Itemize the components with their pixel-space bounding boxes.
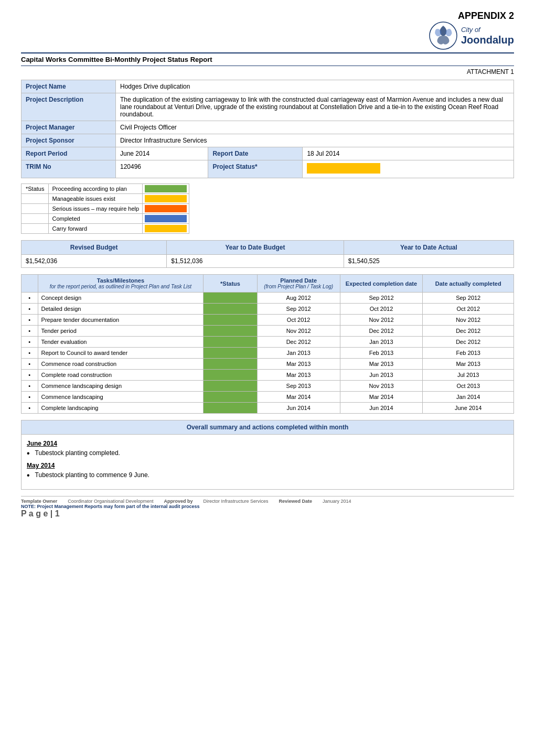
trim-row: TRIM No 120496 Project Status* (22, 160, 514, 178)
page-header: APPENDIX 2 City of Joondalup (21, 10, 514, 50)
task-actual: Jul 2013 (423, 370, 514, 381)
task-status (204, 348, 258, 359)
task-planned: Jan 2013 (257, 348, 340, 359)
task-name: Commence landscaping (38, 392, 204, 403)
task-name: Complete road construction (38, 370, 204, 381)
summary-item-text: Tubestock planting completed. (35, 449, 120, 457)
task-expected: Mar 2013 (340, 359, 423, 370)
ytd-actual-header: Year to Date Actual (344, 241, 513, 255)
summary-item-text: Tubestock planting to commence 9 June. (35, 471, 149, 479)
task-expected: Nov 2012 (340, 315, 423, 326)
task-planned: Sep 2012 (257, 304, 340, 315)
appendix-label: APPENDIX 2 (429, 10, 514, 21)
table-row: • Report to Council to award tender Jan … (22, 348, 514, 359)
status-legend-row-2: Manageable issues exist (22, 194, 189, 204)
approved-by-label: Approved by (164, 499, 192, 504)
status-asterisk: *Status (26, 186, 44, 192)
task-name: Commence road construction (38, 359, 204, 370)
task-actual: Oct 2012 (423, 304, 514, 315)
task-bullet: • (22, 326, 38, 337)
status-legend-row-1: *Status Proceeding according to plan (22, 184, 189, 194)
status-header: *Status (204, 275, 258, 293)
status-yellow-box (145, 195, 187, 202)
project-manager-label: Project Manager (22, 121, 116, 134)
summary-bullet: • (27, 449, 30, 458)
status-legend-row-3: Serious issues – may require help (22, 204, 189, 214)
status-blue-box (145, 215, 187, 222)
reviewed-date-value: January 2014 (323, 499, 351, 504)
task-actual: Jan 2014 (423, 392, 514, 403)
task-name: Report to Council to award tender (38, 348, 204, 359)
task-status (204, 359, 258, 370)
project-info-table: Project Name Hodges Drive duplication Pr… (21, 80, 514, 178)
status-item-4: Completed (49, 214, 143, 224)
status-item-3: Serious issues – may require help (49, 204, 143, 214)
footer-page: P a g e | 1 (21, 509, 514, 519)
task-planned: Mar 2013 (257, 370, 340, 381)
status-carryforward-box (145, 225, 187, 232)
approved-by-value: Director Infrastructure Services (203, 499, 268, 504)
revised-budget-header: Revised Budget (22, 241, 167, 255)
status-color-1 (143, 184, 189, 194)
task-expected: Feb 2013 (340, 348, 423, 359)
status-color-4 (143, 214, 189, 224)
task-status (204, 392, 258, 403)
task-planned: Mar 2013 (257, 359, 340, 370)
report-period-value: June 2014 (116, 147, 208, 160)
task-status (204, 304, 258, 315)
page-footer: Template Owner Coordinator Organisationa… (21, 496, 514, 519)
task-bullet: • (22, 304, 38, 315)
task-name: Commence landscaping design (38, 381, 204, 392)
table-row: • Tender evaluation Dec 2012 Jan 2013 De… (22, 337, 514, 348)
task-status (204, 293, 258, 304)
city-logo-icon (429, 21, 458, 50)
table-row: • Concept design Aug 2012 Sep 2012 Sep 2… (22, 293, 514, 304)
task-expected: Dec 2012 (340, 326, 423, 337)
tasks-header-row: Tasks/Milestones for the report period, … (22, 275, 514, 293)
status-item-5: Carry forward (49, 224, 143, 234)
tasks-table: Tasks/Milestones for the report period, … (21, 274, 514, 414)
task-status (204, 370, 258, 381)
task-expected: Nov 2013 (340, 381, 423, 392)
task-bullet: • (22, 370, 38, 381)
task-bullet: • (22, 293, 38, 304)
status-color-5 (143, 224, 189, 234)
summary-bullet: • (27, 471, 30, 480)
task-status (204, 381, 258, 392)
reviewed-date-label: Reviewed Date (279, 499, 313, 504)
task-header-sub: for the report period, as outlined in Pr… (41, 284, 200, 289)
trim-label: TRIM No (22, 160, 116, 178)
task-bullet: • (22, 337, 38, 348)
summary-item: •Tubestock planting completed. (27, 449, 508, 458)
task-actual: Nov 2012 (423, 315, 514, 326)
task-planned: Aug 2012 (257, 293, 340, 304)
project-sponsor-value: Director Infrastructure Services (116, 134, 514, 147)
planned-header: Planned Date (from Project Plan / Task L… (257, 275, 340, 293)
trim-value: 120496 (116, 160, 208, 178)
status-orange-box (145, 205, 187, 212)
summary-period-section: June 2014•Tubestock planting completed. (27, 440, 508, 458)
task-expected: Jun 2014 (340, 403, 423, 414)
report-date-value: 18 Jul 2014 (303, 147, 514, 160)
logo-text: City of Joondalup (461, 26, 514, 47)
footer-meta: Template Owner Coordinator Organisationa… (21, 499, 514, 504)
attachment-label: ATTACHMENT 1 (21, 68, 514, 75)
budget-header-row: Revised Budget Year to Date Budget Year … (22, 241, 514, 255)
table-row: • Complete landscaping Jun 2014 Jun 2014… (22, 403, 514, 414)
logo-container: City of Joondalup (429, 21, 514, 50)
task-name: Prepare tender documentation (38, 315, 204, 326)
template-owner-label: Template Owner (21, 499, 57, 504)
footer-note: NOTE: Project Management Reports may for… (21, 504, 514, 509)
task-planned: Nov 2012 (257, 326, 340, 337)
task-planned: Oct 2012 (257, 315, 340, 326)
planned-header-main: Planned Date (261, 277, 337, 284)
project-status-value (303, 160, 514, 178)
task-planned: Mar 2014 (257, 392, 340, 403)
task-planned: Dec 2012 (257, 337, 340, 348)
status-legend-row-5: Carry forward (22, 224, 189, 234)
table-row: • Complete road construction Mar 2013 Ju… (22, 370, 514, 381)
actual-header: Date actually completed (423, 275, 514, 293)
project-manager-value: Civil Projects Officer (116, 121, 514, 134)
table-row: • Detailed design Sep 2012 Oct 2012 Oct … (22, 304, 514, 315)
task-expected: Jun 2013 (340, 370, 423, 381)
